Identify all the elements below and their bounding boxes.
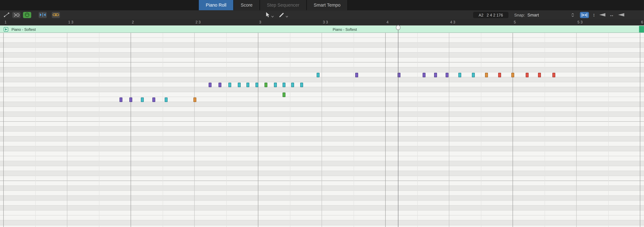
midi-note[interactable]	[472, 73, 475, 77]
midi-note[interactable]	[165, 97, 168, 102]
tab-group: Piano RollScoreStep SequencerSmart Tempo	[198, 0, 348, 10]
region-header-strip[interactable]: Piano - SoftestPiano - Softest	[0, 26, 644, 33]
ruler-label: 6	[641, 20, 643, 24]
beat-ruler[interactable]: 11 322 333 344 355 36	[0, 19, 644, 26]
ruler-label: 5 3	[578, 20, 582, 24]
midi-note[interactable]	[152, 97, 155, 102]
midi-thru-button[interactable]	[12, 12, 20, 18]
region-name-label: Piano - Softest	[12, 28, 36, 32]
midi-note[interactable]	[194, 97, 196, 102]
zoom-fit-button[interactable]	[580, 12, 589, 18]
midi-note[interactable]	[485, 73, 488, 77]
tab-step-sequencer[interactable]: Step Sequencer	[260, 0, 307, 10]
midi-note[interactable]	[274, 83, 277, 87]
grid-line	[3, 33, 4, 227]
grid-line	[258, 33, 258, 227]
midi-note[interactable]	[228, 83, 231, 87]
toolbar-left-group	[3, 10, 60, 19]
midi-note[interactable]	[291, 83, 294, 87]
ruler-label: 2	[132, 20, 134, 24]
editor-tab-bar: Piano RollScoreStep SequencerSmart Tempo	[0, 0, 644, 11]
midi-note[interactable]	[458, 73, 461, 77]
midi-in-button[interactable]	[23, 12, 31, 18]
ruler-label: 4 3	[450, 20, 455, 24]
grid-line	[130, 33, 131, 227]
grid-line	[640, 33, 640, 227]
midi-note[interactable]	[238, 83, 241, 87]
horizontal-zoom-slider[interactable]	[618, 13, 624, 17]
grid-line	[481, 33, 481, 227]
link-button[interactable]	[52, 12, 60, 18]
midi-note[interactable]	[282, 83, 286, 87]
grid-line	[512, 33, 513, 227]
grid-line	[67, 33, 67, 227]
ruler-label: 4	[386, 20, 388, 24]
catch-playhead-button[interactable]	[38, 12, 47, 18]
chevron-down-icon	[286, 16, 288, 18]
grid-line	[576, 33, 577, 227]
ruler-label: 2 3	[196, 20, 201, 24]
midi-note[interactable]	[423, 73, 426, 77]
ruler-label: 1	[4, 20, 6, 24]
midi-note[interactable]	[511, 73, 514, 77]
midi-note[interactable]	[141, 97, 144, 102]
region-name-label: Piano - Softest	[333, 28, 357, 32]
grid-line	[354, 33, 354, 227]
ruler-label: 5	[514, 20, 516, 24]
midi-note[interactable]	[218, 83, 221, 87]
grid-line	[608, 33, 608, 227]
info-display: A2 2 4 2 176	[473, 12, 508, 18]
pointer-tool-button[interactable]	[265, 12, 274, 18]
brush-tool-button[interactable]	[279, 12, 288, 18]
region-end-block	[639, 26, 644, 33]
midi-note[interactable]	[209, 83, 212, 87]
midi-note[interactable]	[434, 73, 437, 77]
playhead[interactable]	[398, 25, 398, 227]
snap-select[interactable]: Smart	[527, 12, 575, 17]
grid-line	[226, 33, 226, 227]
vertical-arrows-button[interactable]: ↕	[593, 12, 595, 17]
midi-note[interactable]	[264, 83, 267, 87]
grid-line	[322, 33, 322, 227]
horizontal-arrows-button[interactable]: ↔	[609, 12, 614, 17]
grid-line	[417, 33, 418, 227]
chevron-updown-icon	[571, 13, 574, 17]
ruler-label: 3 3	[323, 20, 328, 24]
midi-note[interactable]	[446, 73, 448, 77]
grid-line	[99, 33, 99, 227]
ruler-label: 3	[259, 20, 261, 24]
chevron-down-icon	[271, 16, 274, 18]
midi-note[interactable]	[355, 73, 358, 77]
grid-line	[449, 33, 449, 227]
toolbar-tools-group	[265, 10, 288, 19]
midi-note[interactable]	[538, 73, 541, 77]
midi-note[interactable]	[526, 73, 528, 77]
grid-line	[162, 33, 163, 227]
tab-score[interactable]: Score	[234, 0, 260, 10]
grid-line	[544, 33, 545, 227]
ruler-label: 1 3	[68, 20, 73, 24]
midi-note[interactable]	[552, 73, 555, 77]
vertical-zoom-slider[interactable]	[599, 13, 606, 17]
snap-value: Smart	[527, 12, 539, 17]
toolbar: A2 2 4 2 176 Snap: Smart ↕ ↔	[0, 10, 644, 20]
midi-note[interactable]	[498, 73, 501, 77]
tab-piano-roll[interactable]: Piano Roll	[198, 0, 234, 10]
midi-note[interactable]	[246, 83, 249, 87]
midi-note[interactable]	[256, 83, 258, 87]
region-play-icon[interactable]	[4, 27, 8, 32]
grid-line	[290, 33, 290, 227]
tab-smart-tempo[interactable]: Smart Tempo	[307, 0, 348, 10]
midi-note[interactable]	[129, 97, 132, 102]
automation-icon[interactable]	[3, 12, 10, 18]
snap-label: Snap:	[514, 13, 525, 17]
midi-note[interactable]	[317, 73, 320, 77]
midi-note[interactable]	[282, 93, 286, 97]
midi-note[interactable]	[300, 83, 303, 87]
note-grid[interactable]	[0, 33, 644, 227]
grid-line	[194, 33, 195, 227]
grid-line	[35, 33, 36, 227]
grid-line	[385, 33, 386, 227]
playhead-handle[interactable]	[396, 25, 400, 30]
midi-note[interactable]	[120, 97, 122, 102]
